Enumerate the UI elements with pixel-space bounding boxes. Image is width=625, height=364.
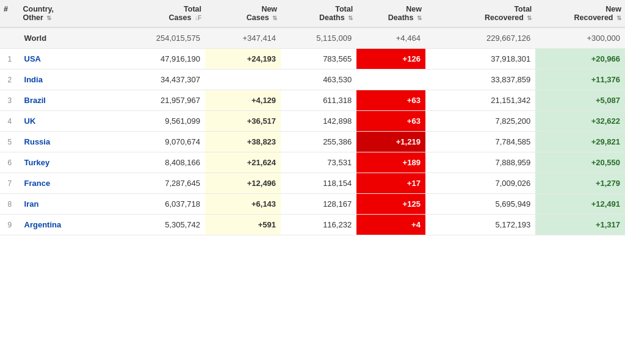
world-total-deaths: 5,115,009 [281, 27, 356, 49]
total-cases-cell: 6,037,718 [115, 194, 205, 215]
header-new-cases[interactable]: New Cases ⇅ [205, 0, 281, 27]
new-cases-cell: +21,624 [205, 152, 281, 173]
new-recovered-cell: +1,279 [535, 173, 625, 194]
world-new-cases: +347,414 [205, 27, 281, 49]
header-new-recovered[interactable]: New Recovered ⇅ [535, 0, 625, 27]
sort-icon-total-cases[interactable]: ↓F [195, 15, 201, 21]
header-total-recovered[interactable]: Total Recovered ⇅ [425, 0, 535, 27]
header-total-deaths[interactable]: Total Deaths ⇅ [281, 0, 356, 27]
new-recovered-cell: +12,491 [535, 194, 625, 215]
country-link[interactable]: Turkey [24, 158, 50, 167]
total-cases-cell: 8,408,166 [115, 152, 205, 173]
country-cell[interactable]: Russia [20, 132, 116, 152]
total-recovered-cell: 5,172,193 [425, 215, 535, 235]
sort-icon-country[interactable]: ⇅ [46, 15, 51, 21]
country-cell[interactable]: Turkey [20, 152, 116, 173]
world-summary-row: World 254,015,575 +347,414 5,115,009 +4,… [0, 27, 625, 49]
new-cases-cell: +4,129 [205, 90, 281, 111]
world-rank [0, 27, 20, 49]
table-row: 1 USA 47,916,190 +24,193 783,565 +126 37… [0, 49, 625, 70]
new-recovered-cell: +29,821 [535, 132, 625, 152]
country-link[interactable]: USA [24, 54, 41, 63]
total-deaths-cell: 118,154 [281, 173, 356, 194]
table-row: 4 UK 9,561,099 +36,517 142,898 +63 7,825… [0, 111, 625, 132]
rank-cell: 4 [0, 111, 20, 132]
header-country[interactable]: Country, Other ⇅ [20, 0, 116, 27]
total-deaths-cell: 73,531 [281, 152, 356, 173]
rank-cell: 6 [0, 152, 20, 173]
country-cell[interactable]: Brazil [20, 90, 116, 111]
new-deaths-cell: +126 [356, 49, 425, 70]
country-cell[interactable]: Argentina [20, 215, 116, 235]
covid-stats-table: # Country, Other ⇅ Total Cases ↓F New Ca… [0, 0, 625, 235]
new-cases-cell: +591 [205, 215, 281, 235]
new-deaths-cell: +1,219 [356, 132, 425, 152]
table-row: 5 Russia 9,070,674 +38,823 255,386 +1,21… [0, 132, 625, 152]
new-cases-cell-empty [205, 70, 281, 90]
rank-cell: 9 [0, 215, 20, 235]
rank-cell: 7 [0, 173, 20, 194]
total-deaths-cell: 783,565 [281, 49, 356, 70]
total-deaths-cell: 142,898 [281, 111, 356, 132]
new-deaths-cell: +63 [356, 111, 425, 132]
total-cases-cell: 5,305,742 [115, 215, 205, 235]
total-cases-cell: 9,561,099 [115, 111, 205, 132]
table-row: 3 Brazil 21,957,967 +4,129 611,318 +63 2… [0, 90, 625, 111]
header-total-cases[interactable]: Total Cases ↓F [115, 0, 205, 27]
total-recovered-cell: 5,695,949 [425, 194, 535, 215]
table-header-row: # Country, Other ⇅ Total Cases ↓F New Ca… [0, 0, 625, 27]
country-link[interactable]: Russia [24, 137, 51, 146]
sort-icon-new-recovered[interactable]: ⇅ [616, 15, 621, 21]
rank-cell: 1 [0, 49, 20, 70]
header-new-deaths[interactable]: New Deaths ⇅ [356, 0, 425, 27]
country-link[interactable]: Iran [24, 199, 39, 209]
total-recovered-cell: 7,888,959 [425, 152, 535, 173]
total-cases-cell: 21,957,967 [115, 90, 205, 111]
new-recovered-cell: +1,317 [535, 215, 625, 235]
new-deaths-cell: +4 [356, 215, 425, 235]
country-link[interactable]: Argentina [24, 220, 62, 229]
new-deaths-cell: +189 [356, 152, 425, 173]
total-deaths-cell: 463,530 [281, 70, 356, 90]
sort-icon-new-deaths[interactable]: ⇅ [417, 15, 422, 21]
rank-cell: 8 [0, 194, 20, 215]
new-cases-cell: +12,496 [205, 173, 281, 194]
country-cell[interactable]: France [20, 173, 116, 194]
new-recovered-cell: +5,087 [535, 90, 625, 111]
world-new-recovered: +300,000 [535, 27, 625, 49]
table-row: 7 France 7,287,645 +12,496 118,154 +17 7… [0, 173, 625, 194]
total-cases-cell: 34,437,307 [115, 70, 205, 90]
sort-icon-total-recovered[interactable]: ⇅ [527, 15, 532, 21]
total-cases-cell: 47,916,190 [115, 49, 205, 70]
country-link[interactable]: Brazil [24, 96, 46, 105]
new-cases-cell: +38,823 [205, 132, 281, 152]
total-deaths-cell: 128,167 [281, 194, 356, 215]
world-total-recovered: 229,667,126 [425, 27, 535, 49]
country-link[interactable]: France [24, 179, 51, 188]
total-recovered-cell: 7,825,200 [425, 111, 535, 132]
country-cell[interactable]: USA [20, 49, 116, 70]
rank-cell: 5 [0, 132, 20, 152]
table-row: 6 Turkey 8,408,166 +21,624 73,531 +189 7… [0, 152, 625, 173]
sort-icon-new-cases[interactable]: ⇅ [272, 15, 277, 21]
new-deaths-cell: +63 [356, 90, 425, 111]
total-deaths-cell: 611,318 [281, 90, 356, 111]
new-recovered-cell: +32,622 [535, 111, 625, 132]
sort-icon-total-deaths[interactable]: ⇅ [348, 15, 353, 21]
new-recovered-cell: +11,376 [535, 70, 625, 90]
country-link[interactable]: UK [24, 116, 36, 126]
total-recovered-cell: 33,837,859 [425, 70, 535, 90]
country-link[interactable]: India [24, 75, 43, 84]
total-recovered-cell: 21,151,342 [425, 90, 535, 111]
country-cell[interactable]: India [20, 70, 116, 90]
rank-cell: 2 [0, 70, 20, 90]
total-deaths-cell: 255,386 [281, 132, 356, 152]
header-rank: # [0, 0, 20, 27]
rank-cell: 3 [0, 90, 20, 111]
table-row: 8 Iran 6,037,718 +6,143 128,167 +125 5,6… [0, 194, 625, 215]
world-country: World [20, 27, 116, 49]
table-row: 2 India 34,437,307 463,530 33,837,859 +1… [0, 70, 625, 90]
new-cases-cell: +24,193 [205, 49, 281, 70]
country-cell[interactable]: UK [20, 111, 116, 132]
country-cell[interactable]: Iran [20, 194, 116, 215]
